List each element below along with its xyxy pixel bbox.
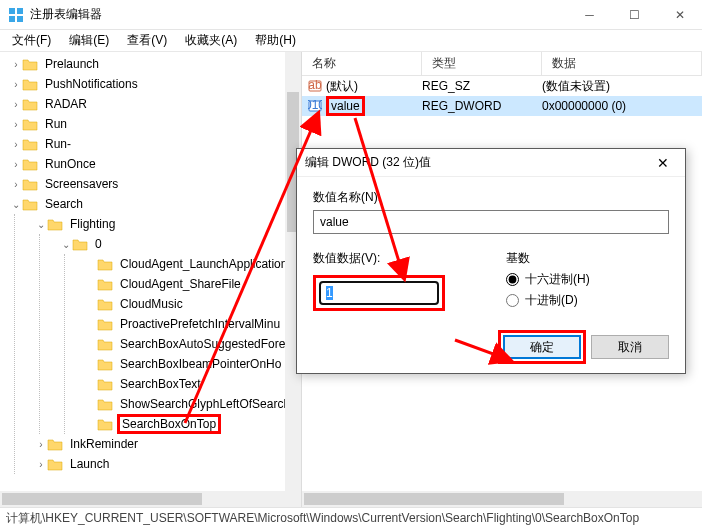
radix-dec[interactable]: 十进制(D) bbox=[506, 292, 669, 309]
chevron-right-icon[interactable]: › bbox=[10, 159, 22, 170]
value-data-input[interactable] bbox=[319, 281, 439, 305]
tree-node[interactable]: ›Run- bbox=[8, 134, 301, 154]
menu-favorites[interactable]: 收藏夹(A) bbox=[177, 30, 245, 51]
dialog-title: 编辑 DWORD (32 位)值 bbox=[305, 154, 649, 171]
dialog-close-button[interactable]: ✕ bbox=[649, 155, 677, 171]
col-type[interactable]: 类型 bbox=[422, 52, 542, 75]
tree-label[interactable]: ProactivePrefetchIntervalMinu bbox=[117, 316, 283, 332]
tree-label[interactable]: SearchBoxIbeamPointerOnHo bbox=[117, 356, 284, 372]
tree-node[interactable]: ⌄0 bbox=[58, 234, 301, 254]
tree-node[interactable]: ProactivePrefetchIntervalMinu bbox=[83, 314, 301, 334]
tree-node[interactable]: ›Launch bbox=[33, 454, 301, 474]
tree-node[interactable]: ›Screensavers bbox=[8, 174, 301, 194]
window-title: 注册表编辑器 bbox=[30, 6, 567, 23]
chevron-down-icon[interactable]: ⌄ bbox=[10, 199, 22, 210]
tree-node[interactable]: ›RunOnce bbox=[8, 154, 301, 174]
maximize-button[interactable]: ☐ bbox=[612, 0, 657, 29]
tree-label[interactable]: InkReminder bbox=[67, 436, 141, 452]
tree-node[interactable]: SearchBoxText bbox=[83, 374, 301, 394]
tree-label[interactable]: PushNotifications bbox=[42, 76, 141, 92]
radix-hex-radio[interactable] bbox=[506, 273, 519, 286]
tree-label[interactable]: Launch bbox=[67, 456, 112, 472]
chevron-right-icon[interactable]: › bbox=[10, 99, 22, 110]
base-label: 基数 bbox=[506, 250, 669, 267]
chevron-down-icon[interactable]: ⌄ bbox=[60, 239, 72, 250]
close-button[interactable]: ✕ bbox=[657, 0, 702, 29]
value-row[interactable]: ab(默认)REG_SZ(数值未设置) bbox=[302, 76, 702, 96]
value-data: 0x00000000 (0) bbox=[542, 99, 702, 113]
titlebar: 注册表编辑器 ─ ☐ ✕ bbox=[0, 0, 702, 30]
svg-rect-3 bbox=[17, 16, 23, 22]
list-scrollbar-horizontal[interactable] bbox=[302, 491, 702, 507]
value-name: (默认) bbox=[326, 78, 358, 95]
chevron-right-icon[interactable]: › bbox=[35, 459, 47, 470]
tree-label[interactable]: SearchBoxAutoSuggestedFore bbox=[117, 336, 288, 352]
tree-node[interactable]: SearchBoxOnTop bbox=[83, 414, 301, 434]
chevron-down-icon[interactable]: ⌄ bbox=[35, 219, 47, 230]
value-name-input[interactable] bbox=[313, 210, 669, 234]
svg-rect-1 bbox=[17, 8, 23, 14]
value-type: REG_SZ bbox=[422, 79, 542, 93]
tree-node[interactable]: SearchBoxIbeamPointerOnHo bbox=[83, 354, 301, 374]
tree-label[interactable]: CloudAgent_LaunchApplication bbox=[117, 256, 290, 272]
tree-label[interactable]: Flighting bbox=[67, 216, 118, 232]
tree-label[interactable]: SearchBoxOnTop bbox=[117, 414, 221, 434]
radix-group: 十六进制(H) 十进制(D) bbox=[506, 271, 669, 309]
tree-pane[interactable]: ›Prelaunch›PushNotifications›RADAR›Run›R… bbox=[0, 52, 302, 507]
tree-label[interactable]: ShowSearchGlyphLeftOfSearch bbox=[117, 396, 293, 412]
tree-label[interactable]: 0 bbox=[92, 236, 105, 252]
regedit-appicon bbox=[8, 7, 24, 23]
minimize-button[interactable]: ─ bbox=[567, 0, 612, 29]
list-header: 名称 类型 数据 bbox=[302, 52, 702, 76]
tree-node[interactable]: ⌄Flighting bbox=[33, 214, 301, 234]
tree-node[interactable]: ›Run bbox=[8, 114, 301, 134]
tree-node[interactable]: CloudAgent_LaunchApplication bbox=[83, 254, 301, 274]
tree-node[interactable]: ›RADAR bbox=[8, 94, 301, 114]
chevron-right-icon[interactable]: › bbox=[10, 179, 22, 190]
ok-button[interactable]: 确定 bbox=[503, 335, 581, 359]
svg-text:ab: ab bbox=[308, 79, 322, 92]
value-name: value bbox=[326, 96, 365, 116]
value-data-highlight bbox=[313, 275, 445, 311]
value-data-label: 数值数据(V): bbox=[313, 250, 476, 267]
tree-label[interactable]: Search bbox=[42, 196, 86, 212]
chevron-right-icon[interactable]: › bbox=[10, 59, 22, 70]
col-data[interactable]: 数据 bbox=[542, 52, 702, 75]
tree-node[interactable]: CloudMusic bbox=[83, 294, 301, 314]
chevron-right-icon[interactable]: › bbox=[10, 139, 22, 150]
tree-label[interactable]: CloudAgent_ShareFile bbox=[117, 276, 244, 292]
tree-label[interactable]: Run- bbox=[42, 136, 74, 152]
radix-dec-radio[interactable] bbox=[506, 294, 519, 307]
dialog-titlebar[interactable]: 编辑 DWORD (32 位)值 ✕ bbox=[297, 149, 685, 177]
radix-hex[interactable]: 十六进制(H) bbox=[506, 271, 669, 288]
menu-file[interactable]: 文件(F) bbox=[4, 30, 59, 51]
chevron-right-icon[interactable]: › bbox=[10, 79, 22, 90]
tree-label[interactable]: SearchBoxText bbox=[117, 376, 204, 392]
tree-label[interactable]: Run bbox=[42, 116, 70, 132]
col-name[interactable]: 名称 bbox=[302, 52, 422, 75]
tree-label[interactable]: CloudMusic bbox=[117, 296, 186, 312]
tree-node[interactable]: CloudAgent_ShareFile bbox=[83, 274, 301, 294]
tree-node[interactable]: ›Prelaunch bbox=[8, 54, 301, 74]
chevron-right-icon[interactable]: › bbox=[10, 119, 22, 130]
value-type: REG_DWORD bbox=[422, 99, 542, 113]
tree-node[interactable]: ›PushNotifications bbox=[8, 74, 301, 94]
value-data: (数值未设置) bbox=[542, 78, 702, 95]
menu-view[interactable]: 查看(V) bbox=[119, 30, 175, 51]
tree-node[interactable]: SearchBoxAutoSuggestedFore bbox=[83, 334, 301, 354]
tree-label[interactable]: Screensavers bbox=[42, 176, 121, 192]
tree-scrollbar-horizontal[interactable] bbox=[0, 491, 301, 507]
svg-text:010: 010 bbox=[308, 99, 322, 112]
menu-edit[interactable]: 编辑(E) bbox=[61, 30, 117, 51]
tree-label[interactable]: RunOnce bbox=[42, 156, 99, 172]
chevron-right-icon[interactable]: › bbox=[35, 439, 47, 450]
tree-node[interactable]: ›InkReminder bbox=[33, 434, 301, 454]
value-row[interactable]: 010valueREG_DWORD0x00000000 (0) bbox=[302, 96, 702, 116]
menu-help[interactable]: 帮助(H) bbox=[247, 30, 304, 51]
tree-node[interactable]: ⌄Search bbox=[8, 194, 301, 214]
tree-label[interactable]: Prelaunch bbox=[42, 56, 102, 72]
edit-dword-dialog: 编辑 DWORD (32 位)值 ✕ 数值名称(N): 数值数据(V): 基数 … bbox=[296, 148, 686, 374]
tree-label[interactable]: RADAR bbox=[42, 96, 90, 112]
cancel-button[interactable]: 取消 bbox=[591, 335, 669, 359]
tree-node[interactable]: ShowSearchGlyphLeftOfSearch bbox=[83, 394, 301, 414]
